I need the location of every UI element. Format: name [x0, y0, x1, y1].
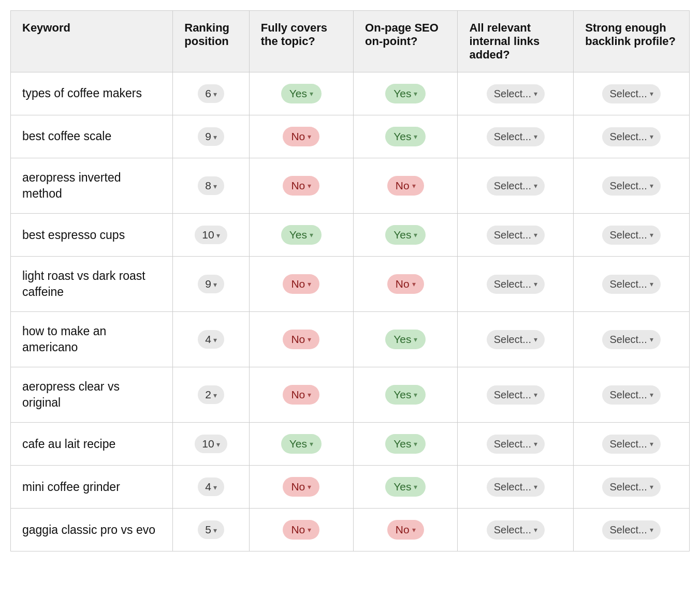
- covers-topic-badge[interactable]: Yes▾: [281, 434, 322, 454]
- backlink-cell[interactable]: Select...▾: [574, 423, 690, 466]
- seo-badge[interactable]: Yes▾: [385, 84, 426, 103]
- backlink-cell[interactable]: Select...▾: [574, 466, 690, 509]
- ranking-cell[interactable]: 9▾: [173, 115, 249, 158]
- internal-links-cell[interactable]: Select...▾: [458, 257, 574, 312]
- seo-badge[interactable]: Yes▾: [385, 225, 426, 245]
- ranking-cell[interactable]: 5▾: [173, 509, 249, 551]
- seo-cell[interactable]: Yes▾: [354, 214, 458, 257]
- covers-topic-badge[interactable]: No▾: [283, 274, 319, 294]
- backlink-select[interactable]: Select...▾: [602, 176, 660, 196]
- rank-badge[interactable]: 10▾: [195, 435, 227, 453]
- backlink-cell[interactable]: Select...▾: [574, 72, 690, 115]
- seo-cell[interactable]: No▾: [354, 509, 458, 551]
- ranking-cell[interactable]: 2▾: [173, 367, 249, 423]
- covers-topic-cell[interactable]: No▾: [249, 115, 353, 158]
- internal-links-cell[interactable]: Select...▾: [458, 423, 574, 466]
- ranking-cell[interactable]: 9▾: [173, 257, 249, 312]
- rank-badge[interactable]: 9▾: [198, 127, 224, 146]
- covers-topic-badge[interactable]: No▾: [283, 176, 319, 196]
- backlink-select[interactable]: Select...▾: [602, 477, 660, 497]
- covers-topic-badge[interactable]: Yes▾: [281, 84, 322, 103]
- ranking-cell[interactable]: 8▾: [173, 158, 249, 214]
- ranking-cell[interactable]: 10▾: [173, 423, 249, 466]
- seo-badge[interactable]: No▾: [387, 520, 424, 540]
- seo-cell[interactable]: Yes▾: [354, 367, 458, 423]
- ranking-cell[interactable]: 4▾: [173, 312, 249, 367]
- covers-topic-cell[interactable]: No▾: [249, 466, 353, 509]
- backlink-select[interactable]: Select...▾: [602, 520, 660, 540]
- seo-cell[interactable]: Yes▾: [354, 312, 458, 367]
- backlink-select[interactable]: Select...▾: [602, 127, 660, 146]
- covers-topic-badge[interactable]: No▾: [283, 385, 319, 405]
- covers-topic-cell[interactable]: No▾: [249, 367, 353, 423]
- seo-badge[interactable]: Yes▾: [385, 385, 426, 405]
- internal-links-cell[interactable]: Select...▾: [458, 158, 574, 214]
- internal-links-select[interactable]: Select...▾: [487, 176, 545, 196]
- backlink-select[interactable]: Select...▾: [602, 330, 660, 349]
- covers-topic-badge[interactable]: No▾: [283, 127, 319, 146]
- rank-badge[interactable]: 8▾: [198, 176, 224, 195]
- seo-badge[interactable]: No▾: [387, 274, 424, 294]
- internal-links-select[interactable]: Select...▾: [487, 127, 545, 146]
- backlink-cell[interactable]: Select...▾: [574, 509, 690, 551]
- internal-links-select[interactable]: Select...▾: [487, 477, 545, 497]
- backlink-cell[interactable]: Select...▾: [574, 257, 690, 312]
- covers-topic-badge[interactable]: No▾: [283, 330, 319, 349]
- seo-badge[interactable]: Yes▾: [385, 127, 426, 146]
- seo-cell[interactable]: No▾: [354, 257, 458, 312]
- internal-links-select[interactable]: Select...▾: [487, 330, 545, 349]
- seo-cell[interactable]: Yes▾: [354, 72, 458, 115]
- internal-links-select[interactable]: Select...▾: [487, 226, 545, 245]
- rank-badge[interactable]: 10▾: [195, 226, 227, 244]
- covers-topic-cell[interactable]: No▾: [249, 257, 353, 312]
- internal-links-cell[interactable]: Select...▾: [458, 312, 574, 367]
- backlink-cell[interactable]: Select...▾: [574, 367, 690, 423]
- covers-topic-cell[interactable]: No▾: [249, 509, 353, 551]
- backlink-select[interactable]: Select...▾: [602, 84, 660, 103]
- covers-topic-badge[interactable]: Yes▾: [281, 225, 322, 245]
- internal-links-cell[interactable]: Select...▾: [458, 115, 574, 158]
- backlink-select[interactable]: Select...▾: [602, 385, 660, 405]
- seo-badge[interactable]: No▾: [387, 176, 424, 196]
- rank-badge[interactable]: 4▾: [198, 330, 224, 349]
- covers-topic-badge[interactable]: No▾: [283, 520, 319, 540]
- internal-links-select[interactable]: Select...▾: [487, 385, 545, 405]
- covers-topic-cell[interactable]: Yes▾: [249, 423, 353, 466]
- internal-links-select[interactable]: Select...▾: [487, 435, 545, 454]
- seo-cell[interactable]: Yes▾: [354, 115, 458, 158]
- backlink-cell[interactable]: Select...▾: [574, 115, 690, 158]
- backlink-select[interactable]: Select...▾: [602, 435, 660, 454]
- backlink-cell[interactable]: Select...▾: [574, 312, 690, 367]
- internal-links-select[interactable]: Select...▾: [487, 520, 545, 540]
- seo-badge[interactable]: Yes▾: [385, 434, 426, 454]
- seo-cell[interactable]: Yes▾: [354, 466, 458, 509]
- seo-badge[interactable]: Yes▾: [385, 477, 426, 497]
- ranking-cell[interactable]: 6▾: [173, 72, 249, 115]
- backlink-select[interactable]: Select...▾: [602, 275, 660, 294]
- internal-links-cell[interactable]: Select...▾: [458, 214, 574, 257]
- internal-links-select[interactable]: Select...▾: [487, 84, 545, 103]
- internal-links-cell[interactable]: Select...▾: [458, 367, 574, 423]
- covers-topic-cell[interactable]: No▾: [249, 158, 353, 214]
- rank-badge[interactable]: 9▾: [198, 275, 224, 293]
- seo-badge[interactable]: Yes▾: [385, 330, 426, 349]
- seo-cell[interactable]: Yes▾: [354, 423, 458, 466]
- ranking-cell[interactable]: 10▾: [173, 214, 249, 257]
- covers-topic-badge[interactable]: No▾: [283, 477, 319, 497]
- covers-topic-cell[interactable]: No▾: [249, 312, 353, 367]
- backlink-cell[interactable]: Select...▾: [574, 214, 690, 257]
- covers-topic-cell[interactable]: Yes▾: [249, 214, 353, 257]
- rank-badge[interactable]: 6▾: [198, 84, 224, 103]
- internal-links-select[interactable]: Select...▾: [487, 275, 545, 294]
- covers-topic-cell[interactable]: Yes▾: [249, 72, 353, 115]
- seo-cell[interactable]: No▾: [354, 158, 458, 214]
- backlink-select[interactable]: Select...▾: [602, 226, 660, 245]
- ranking-cell[interactable]: 4▾: [173, 466, 249, 509]
- internal-links-cell[interactable]: Select...▾: [458, 466, 574, 509]
- backlink-cell[interactable]: Select...▾: [574, 158, 690, 214]
- rank-badge[interactable]: 4▾: [198, 477, 224, 496]
- internal-links-cell[interactable]: Select...▾: [458, 72, 574, 115]
- rank-badge[interactable]: 2▾: [198, 385, 224, 404]
- rank-badge[interactable]: 5▾: [198, 520, 224, 539]
- internal-links-cell[interactable]: Select...▾: [458, 509, 574, 551]
